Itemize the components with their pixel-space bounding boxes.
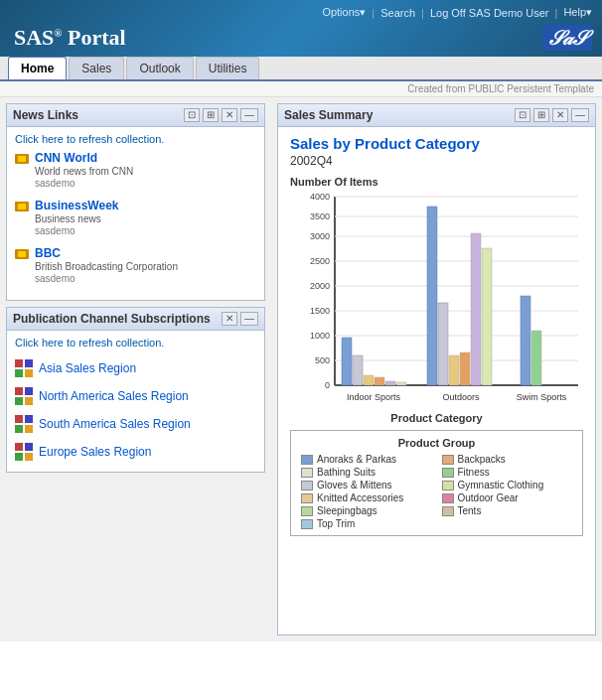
pub-name-na[interactable]: North America Sales Region — [39, 389, 189, 403]
sales-expand-btn[interactable]: ⊞ — [533, 108, 549, 122]
legend-item-5: Gymnastic Clothing — [442, 480, 573, 490]
news-links-controls: ⊡ ⊞ ✕ — — [184, 108, 258, 122]
pub-item-sa[interactable]: South America Sales Region — [15, 410, 256, 438]
svg-rect-49 — [521, 296, 530, 385]
tab-home[interactable]: Home — [8, 57, 67, 79]
legend-title: Product Group — [301, 437, 572, 449]
news-icon-cnn — [15, 154, 29, 164]
news-name-bw[interactable]: BusinessWeek — [35, 199, 119, 212]
right-panel: Sales Summary ⊡ ⊞ ✕ — Sales by Product C… — [271, 97, 602, 641]
legend-item-4: Gloves & Mittens — [301, 480, 432, 490]
chart-container: 0 500 1000 1500 2000 — [290, 192, 583, 408]
legend-item-0: Anoraks & Parkas — [301, 454, 432, 465]
svg-rect-8 — [15, 415, 23, 423]
publications-controls: ✕ — — [222, 312, 258, 326]
news-text-cnn: CNN World World news from CNN sasdemo — [35, 151, 133, 189]
svg-rect-36 — [353, 355, 363, 385]
sales-minimize-btn[interactable]: — — [571, 108, 589, 122]
news-icon-bbc — [15, 249, 29, 259]
news-expand-btn[interactable]: ⊞ — [203, 108, 219, 122]
news-refresh-link[interactable]: Click here to refresh collection. — [15, 133, 256, 145]
pub-name-sa[interactable]: South America Sales Region — [39, 417, 191, 431]
news-close-btn[interactable]: ✕ — [222, 108, 237, 122]
news-item-bbc: BBC British Broadcasting Corporation sas… — [15, 246, 256, 284]
news-name-bbc[interactable]: BBC — [35, 246, 178, 260]
tab-outlook[interactable]: Outlook — [126, 57, 193, 79]
pub-item-na[interactable]: North America Sales Region — [15, 382, 256, 410]
svg-rect-40 — [396, 382, 406, 385]
svg-rect-35 — [342, 338, 352, 385]
pub-item-eu[interactable]: Europe Sales Region — [15, 438, 256, 466]
sales-close-btn[interactable]: ✕ — [552, 108, 568, 122]
chart-xlabel: Product Category — [290, 412, 583, 424]
pub-icon-na — [15, 387, 33, 405]
news-author-bbc: sasdemo — [35, 273, 178, 284]
pub-refresh-link[interactable]: Click here to refresh collection. — [15, 337, 256, 349]
sales-body: Sales by Product Category 2002Q4 Number … — [278, 127, 595, 544]
svg-rect-13 — [25, 443, 33, 451]
svg-text:Outdoors: Outdoors — [442, 392, 480, 402]
logoff-link[interactable]: Log Off SAS Demo User — [430, 7, 549, 19]
svg-rect-47 — [482, 248, 492, 385]
pub-name-eu[interactable]: Europe Sales Region — [39, 445, 151, 459]
svg-text:2000: 2000 — [310, 281, 330, 291]
pub-name-asia[interactable]: Asia Sales Region — [39, 361, 136, 375]
search-link[interactable]: Search — [380, 7, 415, 19]
pub-icon-eu — [15, 443, 33, 461]
pub-minimize-btn[interactable]: — — [240, 312, 258, 326]
legend-swatch-7 — [442, 493, 454, 503]
svg-rect-14 — [15, 453, 23, 461]
tab-sales[interactable]: Sales — [69, 57, 124, 79]
news-text-bw: BusinessWeek Business news sasdemo — [35, 199, 119, 236]
news-minimize-btn[interactable]: — — [240, 108, 258, 122]
svg-rect-11 — [25, 425, 33, 433]
left-panel: News Links ⊡ ⊞ ✕ — Click here to refresh… — [0, 97, 271, 641]
legend-label-9: Tents — [458, 505, 482, 516]
tab-utilities[interactable]: Utilities — [196, 57, 260, 79]
pub-icon-asia — [15, 359, 33, 377]
publications-header: Publication Channel Subscriptions ✕ — — [7, 308, 264, 331]
news-links-header: News Links ⊡ ⊞ ✕ — — [7, 104, 264, 127]
help-menu[interactable]: Help▾ — [563, 6, 592, 19]
legend-item-6: Knitted Accessories — [301, 492, 432, 503]
legend-swatch-5 — [442, 481, 454, 490]
legend-label-5: Gymnastic Clothing — [458, 480, 544, 490]
chart-period: 2002Q4 — [290, 154, 583, 168]
legend-swatch-0 — [301, 455, 313, 465]
legend-label-6: Knitted Accessories — [317, 492, 403, 503]
news-text-bbc: BBC British Broadcasting Corporation sas… — [35, 246, 178, 284]
news-restore-btn[interactable]: ⊡ — [184, 108, 200, 122]
legend-item-2: Bathing Suits — [301, 467, 432, 478]
news-name-cnn[interactable]: CNN World — [35, 151, 133, 165]
legend-label-3: Fitness — [458, 467, 490, 478]
main-content: News Links ⊡ ⊞ ✕ — Click here to refresh… — [0, 97, 602, 641]
sales-restore-btn[interactable]: ⊡ — [515, 108, 530, 122]
svg-rect-38 — [375, 377, 384, 385]
news-item-cnn: CNN World World news from CNN sasdemo — [15, 151, 256, 189]
svg-text:500: 500 — [315, 355, 330, 365]
sales-summary-widget: Sales Summary ⊡ ⊞ ✕ — Sales by Product C… — [277, 103, 596, 635]
pub-close-btn[interactable]: ✕ — [222, 312, 237, 326]
publications-widget: Publication Channel Subscriptions ✕ — Cl… — [6, 307, 265, 473]
legend-swatch-8 — [301, 506, 313, 516]
sas-logo: 𝒮𝒶𝒮 — [542, 27, 592, 50]
legend-item-3: Fitness — [442, 467, 573, 478]
legend-label-4: Gloves & Mittens — [317, 480, 392, 490]
news-links-title: News Links — [13, 108, 78, 122]
svg-rect-4 — [15, 387, 23, 395]
legend-swatch-4 — [301, 481, 313, 490]
options-menu[interactable]: Options▾ — [322, 6, 366, 19]
svg-text:1500: 1500 — [310, 306, 330, 316]
svg-rect-15 — [25, 453, 33, 461]
svg-rect-6 — [15, 397, 23, 405]
news-desc-bbc: British Broadcasting Corporation — [35, 260, 178, 273]
header: Options▾ | Search | Log Off SAS Demo Use… — [0, 0, 602, 57]
svg-text:3500: 3500 — [310, 211, 330, 221]
pub-item-asia[interactable]: Asia Sales Region — [15, 354, 256, 382]
svg-rect-46 — [471, 233, 481, 385]
legend-item-7: Outdoor Gear — [442, 492, 573, 503]
svg-rect-1 — [25, 359, 33, 367]
svg-rect-39 — [385, 381, 395, 385]
svg-rect-43 — [438, 303, 448, 385]
sales-summary-controls: ⊡ ⊞ ✕ — — [515, 108, 589, 122]
